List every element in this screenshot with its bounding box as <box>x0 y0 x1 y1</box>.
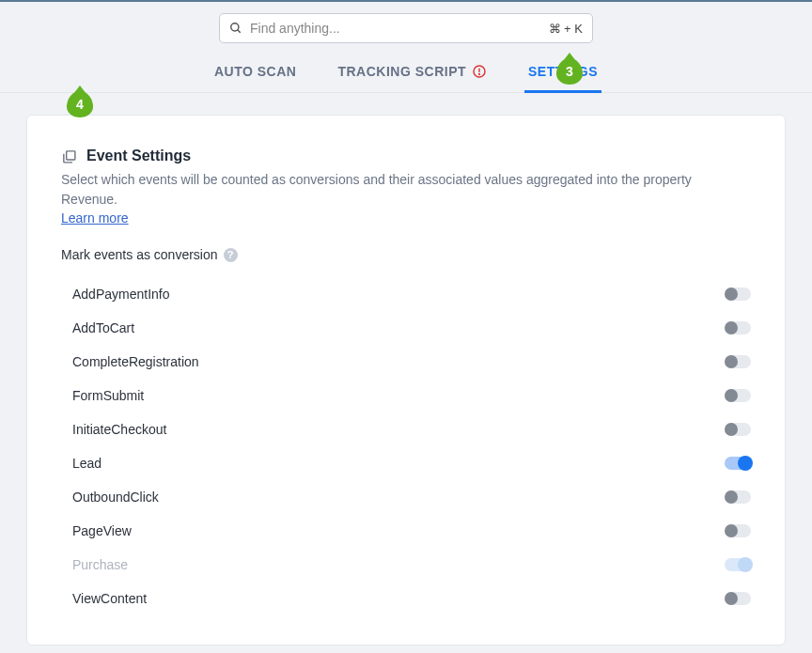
event-toggle[interactable] <box>725 423 751 436</box>
event-row: OutboundClick <box>72 480 751 514</box>
event-label: FormSubmit <box>72 388 144 403</box>
search-shortcut: ⌘ + K <box>549 22 584 36</box>
event-toggle[interactable] <box>725 457 751 470</box>
tab-auto-scan[interactable]: AUTO SCAN <box>211 56 300 92</box>
tab-tracking-script-label: TRACKING SCRIPT <box>337 64 466 79</box>
event-toggle[interactable] <box>725 321 751 334</box>
event-label: PageView <box>72 523 132 538</box>
event-row: ViewContent <box>72 582 751 615</box>
event-toggle[interactable] <box>725 524 751 537</box>
event-label: ViewContent <box>72 591 147 606</box>
svg-point-4 <box>479 74 480 75</box>
learn-more-link[interactable]: Learn more <box>61 210 129 225</box>
search-icon <box>229 22 242 35</box>
event-row: InitiateCheckout <box>72 412 751 446</box>
event-label: InitiateCheckout <box>72 422 166 437</box>
mark-events-label: Mark events as conversion <box>61 247 218 262</box>
alert-icon <box>472 64 487 79</box>
event-row: Lead <box>72 446 751 480</box>
search-input[interactable] <box>250 21 541 36</box>
event-row: CompleteRegistration <box>72 345 751 379</box>
event-row: AddToCart <box>72 311 751 345</box>
section-title: Event Settings <box>86 148 191 164</box>
section-description: Select which events will be counted as c… <box>61 170 751 210</box>
event-toggle[interactable] <box>725 288 751 301</box>
help-icon[interactable]: ? <box>224 248 238 262</box>
top-bar: ⌘ + K AUTO SCAN TRACKING SCRIPT SETTINGS… <box>0 2 812 93</box>
tab-tracking-script[interactable]: TRACKING SCRIPT <box>334 56 491 92</box>
search-bar[interactable]: ⌘ + K <box>219 13 593 43</box>
copy-icon <box>61 148 77 164</box>
event-label: Purchase <box>72 557 128 572</box>
tabs: AUTO SCAN TRACKING SCRIPT SETTINGS 3 <box>0 56 812 93</box>
event-row: AddPaymentInfo <box>72 277 751 311</box>
event-toggle[interactable] <box>725 592 751 605</box>
event-row: PageView <box>72 514 751 548</box>
callout-3: 3 <box>556 58 583 85</box>
callout-4: 4 <box>67 91 93 117</box>
event-label: CompleteRegistration <box>72 354 199 369</box>
svg-line-1 <box>238 30 241 33</box>
event-row: Purchase <box>72 548 751 582</box>
event-row: FormSubmit <box>72 379 751 412</box>
event-label: AddPaymentInfo <box>72 287 170 302</box>
settings-card: 4 Event Settings Select which events wil… <box>26 115 786 645</box>
svg-point-0 <box>231 23 239 31</box>
event-toggle[interactable] <box>725 558 751 571</box>
event-toggle[interactable] <box>725 389 751 402</box>
event-toggle[interactable] <box>725 490 751 504</box>
event-label: OutboundClick <box>72 490 159 505</box>
svg-rect-5 <box>67 150 75 159</box>
event-toggle[interactable] <box>725 355 751 368</box>
events-list: AddPaymentInfoAddToCartCompleteRegistrat… <box>61 277 751 615</box>
event-label: Lead <box>72 456 102 471</box>
event-label: AddToCart <box>72 320 134 335</box>
